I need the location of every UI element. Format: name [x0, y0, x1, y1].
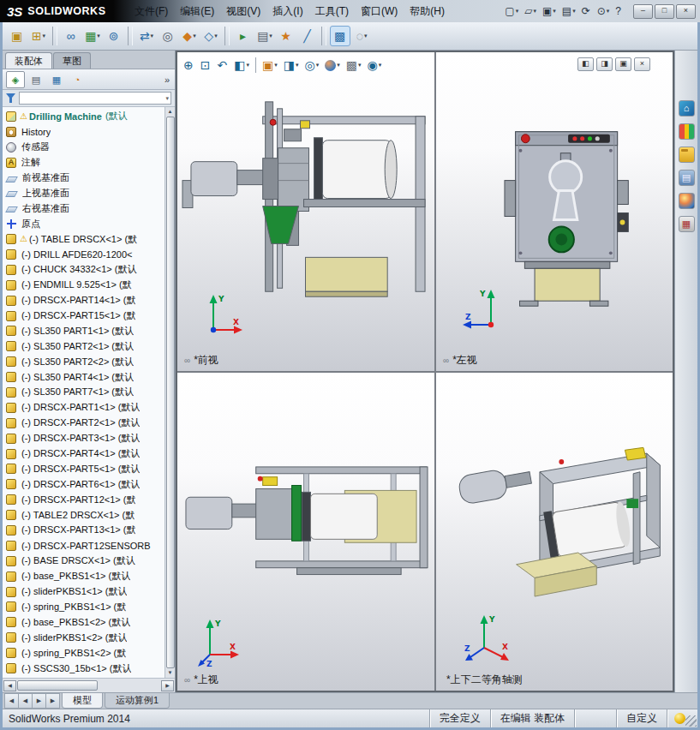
hide-show-items-button[interactable]: ◎▾ [302, 56, 321, 75]
zoom-to-area-button[interactable]: ⊡ [198, 56, 214, 75]
scroll-up-arrow-icon[interactable]: ▲ [168, 108, 173, 116]
smart-fasteners-button[interactable]: ⊚ [104, 26, 124, 46]
viewport-front[interactable]: Y X ∞ *前视 [177, 52, 434, 371]
tree-item[interactable]: (-) DRSCX-PART3<1> (默认 [6, 431, 165, 446]
propertymanager-tab[interactable]: ▤ [27, 71, 45, 88]
tree-item[interactable]: (-) base_PKBS1<1> (默认 [6, 569, 165, 584]
filter-input[interactable]: ▾ [19, 92, 171, 105]
previous-view-button[interactable]: ↶ [214, 56, 230, 75]
new-motion-study-button[interactable]: ▸ [233, 26, 254, 46]
tree-item[interactable]: (-) DRSCX-PART14<1> (默 [6, 293, 165, 308]
tree-item[interactable]: (-) SL350 PART2<1> (默认 [6, 338, 165, 354]
tree-item[interactable]: 原点 [6, 216, 165, 231]
menu-item[interactable]: 视图(V) [220, 2, 266, 21]
solidworks-resources-icon[interactable]: ⌂ [679, 100, 695, 117]
options-button[interactable]: ⊙▾ [595, 3, 613, 20]
menu-item[interactable]: 工具(T) [309, 2, 355, 21]
tree-item[interactable]: (-) ENDMILL 9.525<1> (默 [6, 278, 165, 293]
tab-sketch[interactable]: 草图 [53, 52, 91, 69]
save-button[interactable]: ▣▾ [540, 3, 559, 20]
tree-item[interactable]: (-) DRSCX-PART1<1> (默认 [6, 400, 165, 416]
close-pane-button[interactable]: × [634, 57, 650, 71]
resize-grip[interactable] [685, 715, 697, 727]
edit-component-button[interactable]: ▣ [7, 26, 27, 46]
tree-item[interactable]: (-) TABLE2 DRSCX<1> (默 [6, 507, 165, 523]
tree-root-item[interactable]: ⚠ Drilling Machine (默认 [6, 109, 165, 124]
tree-horizontal-scrollbar[interactable]: ◀ ▶ [3, 678, 175, 692]
tree-item[interactable]: (-) DRSCX-PART15<1> (默 [6, 308, 165, 324]
graphics-area[interactable]: Y X ∞ *前视 [176, 51, 674, 692]
display-style-button[interactable]: ◨▾ [281, 56, 302, 75]
tree-item[interactable]: (-) BASE DRSCX<1> (默认 [6, 553, 165, 569]
minimize-button[interactable]: – [633, 4, 653, 19]
scroll-left-arrow-icon[interactable]: ◀ [3, 680, 16, 691]
tab-model[interactable]: 模型 [62, 693, 103, 709]
appearances-icon[interactable] [679, 193, 695, 209]
open-document-button[interactable]: ▱▾ [522, 3, 539, 20]
tree-item[interactable]: (-) base_PKBS1<2> (默认 [6, 614, 165, 630]
tab-scroll-first-button[interactable]: ◀ [4, 693, 18, 709]
tree-item[interactable]: (-) CHUCK 34332<1> (默认 [6, 262, 165, 278]
tree-item[interactable]: History [6, 124, 165, 140]
menu-item[interactable]: 插入(I) [266, 2, 308, 21]
exploded-view-button[interactable]: ★ [276, 26, 296, 46]
tree-item[interactable]: 上视基准面 [6, 185, 165, 200]
tab-motion-study[interactable]: 运动算例1 [105, 693, 170, 709]
menu-item[interactable]: 窗口(W) [355, 2, 404, 21]
restore-pane-button[interactable]: ▣ [615, 57, 631, 71]
scroll-right-arrow-icon[interactable]: ▶ [161, 680, 174, 691]
tree-item[interactable]: (-) SSCS30_15b<1> (默认 [6, 661, 165, 676]
scroll-down-arrow-icon[interactable]: ▼ [168, 669, 173, 677]
configurationmanager-tab[interactable]: ▦ [47, 71, 66, 88]
tree-item[interactable]: (-) DRSCX-PART12<1> (默 [6, 492, 165, 507]
help-sphere-icon[interactable] [674, 713, 685, 724]
view-palette-icon[interactable] [679, 123, 695, 140]
tree-item[interactable]: (-) SL350 PART7<1> (默认 [6, 385, 165, 400]
tree-item[interactable]: (-) DRSCX-PART13<1> (默 [6, 523, 165, 538]
section-view-button[interactable]: ◧▾ [231, 56, 252, 75]
interference-detection-button[interactable]: ▩ [330, 26, 350, 46]
pane-split-left-button[interactable]: ◧ [577, 57, 594, 71]
mate-button[interactable]: ∞ [61, 26, 81, 46]
featuremanager-tab[interactable]: ◈ [6, 71, 25, 88]
apply-scene-button[interactable]: ▩▾ [344, 56, 364, 75]
edit-appearance-button[interactable]: ●▾ [322, 56, 343, 75]
tree-item[interactable]: (-) DRILL AFDE620-1200< [6, 247, 165, 262]
panel-overflow-chevron[interactable]: » [165, 75, 171, 85]
tree-item[interactable]: (-) spring_PKBS1<1> (默 [6, 600, 165, 615]
displaymanager-tab[interactable]: ◔ [68, 71, 87, 88]
custom-properties-icon[interactable]: ▦ [679, 216, 695, 232]
scrollbar-thumb[interactable] [17, 680, 98, 691]
tree-vertical-scrollbar[interactable]: ▲ ▼ [165, 107, 175, 678]
view-orientation-button[interactable]: ▣▾ [260, 56, 280, 75]
maximize-button[interactable]: □ [655, 4, 674, 19]
custom-toolbar-menu[interactable]: 自定义 [616, 709, 667, 727]
menu-item[interactable]: 编辑(E) [174, 2, 220, 21]
tree-item[interactable]: (-) spring_PKBS1<2> (默 [6, 645, 165, 661]
show-hidden-components-button[interactable]: ◎ [158, 26, 178, 46]
tab-scroll-prev-button[interactable]: ◀ [18, 693, 32, 709]
help-button[interactable]: ? [613, 3, 625, 20]
menu-item[interactable]: 帮助(H) [404, 2, 451, 21]
linear-component-pattern-button[interactable]: ▦▾ [82, 26, 103, 46]
viewport-left[interactable]: Y Z ∞ *左视 [436, 52, 673, 371]
file-explorer-icon[interactable]: ▤ [679, 170, 695, 186]
move-component-button[interactable]: ⇄▾ [136, 26, 157, 46]
tab-scroll-next-button[interactable]: ▶ [32, 693, 45, 709]
tree-item[interactable]: 前视基准面 [6, 171, 165, 186]
new-document-button[interactable]: ▢▾ [502, 3, 521, 20]
view-settings-button[interactable]: ◉▾ [364, 56, 384, 75]
tree-item[interactable]: 右视基准面 [6, 200, 165, 216]
scrollbar-thumb[interactable] [166, 117, 175, 668]
tree-item[interactable]: (-) DRSCX-PART12SENSORB [6, 538, 165, 553]
design-library-icon[interactable] [679, 147, 695, 163]
tree-item[interactable]: (-) sliderPKBS1<1> (默认 [6, 584, 165, 600]
menu-item[interactable]: 文件(F) [129, 2, 174, 21]
insert-components-button[interactable]: ⊞▾ [28, 26, 49, 46]
tree-item[interactable]: (-) DRSCX-PART5<1> (默认 [6, 461, 165, 476]
rebuild-button[interactable]: ⟳ [579, 3, 594, 20]
tree-item[interactable]: (-) SL350 PART2<2> (默认 [6, 354, 165, 369]
tab-scroll-last-button[interactable]: ▶ [45, 693, 60, 709]
reference-geometry-button[interactable]: ◇▾ [200, 26, 221, 46]
tree-item[interactable]: 传感器 [6, 140, 165, 155]
